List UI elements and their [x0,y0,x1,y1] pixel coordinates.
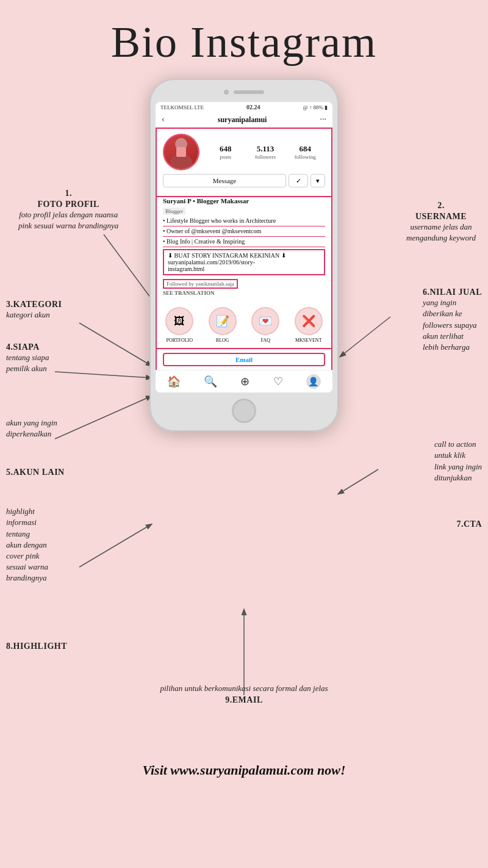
svg-rect-11 [176,147,186,157]
highlight-faq-label: FAQ [261,338,270,343]
phone-speaker [234,90,264,94]
phone-camera [224,90,229,95]
profile-avatar [163,134,199,170]
profile-stats: 648 posts 5.113 followers 684 following [206,144,325,160]
profile-section: 648 posts 5.113 followers 684 following [156,128,332,197]
phone-home-button[interactable] [232,399,256,423]
more-options-icon[interactable]: ··· [320,115,327,125]
svg-line-4 [55,396,151,439]
svg-line-6 [339,469,378,494]
bio-category: Blogger [163,208,185,215]
annotation-akun-lain-desc: akun yang ingin diperkenalkan [6,418,57,439]
highlight-portfolio[interactable]: 🖼 PORTFOLIO [165,307,193,343]
bio-name: Suryani P • Blogger Makassar [163,197,325,204]
highlight-mksevent-label: MKSEVENT [295,338,322,343]
nav-heart-icon[interactable]: ♡ [273,375,283,388]
avatar-svg [164,135,198,169]
status-carrier: TELKOMSEL LTE [160,104,204,110]
highlight-portfolio-circle: 🖼 [165,307,193,335]
highlights-row: 🖼 PORTFOLIO 📝 BLOG 💌 FAQ ❌ [160,307,328,343]
battery-bar: ▮ [325,104,328,110]
status-bar: TELKOMSEL LTE 02.24 @ ↑ 88% ▮ [156,102,332,112]
svg-line-7 [79,524,151,567]
annotation-foto-profil: 1.FOTO PROFIL foto profil jelas dengan n… [18,189,118,231]
bio-line-3: • Blog Info | Creative & Inspiring [163,237,325,247]
stat-followers: 5.113 followers [245,144,285,160]
nav-search-icon[interactable]: 🔍 [204,375,217,388]
bio-section: Suryani P • Blogger Makassar Blogger • L… [156,197,332,302]
page-title: Bio Instagram [0,0,488,73]
back-icon[interactable]: ‹ [162,115,165,125]
follow-icon: ✓ [296,177,301,185]
nav-bar: ‹ suryanipalamui ··· [156,112,332,128]
annotation-akun-lain: 5.AKUN LAIN [6,466,65,477]
email-button[interactable]: Email [163,353,325,366]
highlight-portfolio-label: PORTFOLIO [166,338,193,343]
annotation-highlight: 8.HIGHLIGHT [6,640,67,651]
stat-posts: 648 posts [206,144,245,160]
nav-add-icon[interactable]: ⊕ [240,375,249,388]
bio-line-1: • Lifestyle Blogger who works in Archite… [163,216,325,226]
annotation-username: 2.USERNAME username jelas dan mengandung… [406,201,476,244]
annotation-cta-desc: call to action untuk klik link yang ingi… [434,439,482,483]
annotation-email-desc: pilihan untuk berkomunikasi secara forma… [160,683,328,705]
more-icon: ▾ [316,177,320,185]
nav-home-icon[interactable]: 🏠 [167,375,181,388]
phone-outer: TELKOMSEL LTE 02.24 @ ↑ 88% ▮ ‹ suryanip… [149,79,339,432]
annotation-siapa: 4.SIAPA tentang siapa pemilik akun [6,341,49,374]
bio-followed: Followed by yanikmatilah.saja [163,279,238,289]
highlights-section: 🖼 PORTFOLIO 📝 BLOG 💌 FAQ ❌ [156,302,332,349]
status-battery: @ ↑ 88% ▮ [303,104,328,110]
profile-actions: Message ✓ ▾ [163,174,325,187]
avatar-image [164,135,198,169]
bio-cta: ⬇ BUAT STORY INSTAGRAM KEKINIAN ⬇ suryan… [163,249,325,275]
follow-button[interactable]: ✓ [289,174,308,187]
bio-translate[interactable]: SEE TRANSLATION [163,290,325,296]
highlight-mksevent[interactable]: ❌ MKSEVENT [295,307,323,343]
phone-mockup: TELKOMSEL LTE 02.24 @ ↑ 88% ▮ ‹ suryanip… [149,79,339,432]
message-button[interactable]: Message [163,174,286,187]
phone-top-bar [156,87,332,97]
highlight-faq[interactable]: 💌 FAQ [251,307,279,343]
highlight-mksevent-circle: ❌ [295,307,323,335]
profile-top: 648 posts 5.113 followers 684 following [163,134,325,170]
footer: Visit www.suryanipalamui.com now! [0,750,488,790]
annotation-nilai-jual: 6.NILAI JUAL yang ingin diberikan ke fol… [423,286,482,353]
svg-line-5 [340,317,390,356]
highlight-faq-circle: 💌 [251,307,279,335]
bio-cta-text: ⬇ BUAT STORY INSTAGRAM KEKINIAN ⬇ suryan… [168,252,320,272]
more-button[interactable]: ▾ [310,174,325,187]
status-time: 02.24 [246,104,260,110]
bio-line-2: • Owner of @mksevent @mkseventcom [163,226,325,237]
highlight-blog[interactable]: 📝 BLOG [209,307,237,343]
highlight-blog-circle: 📝 [209,307,237,335]
annotations-area: 1.FOTO PROFIL foto profil jelas dengan n… [0,79,488,750]
svg-line-2 [79,323,151,366]
nav-profile-icon[interactable]: 👤 [306,374,321,389]
annotation-cta: 7.CTA [456,518,482,529]
stat-following: 684 following [285,144,325,160]
highlight-blog-label: BLOG [216,338,229,343]
bottom-nav: 🏠 🔍 ⊕ ♡ 👤 [156,370,332,392]
annotation-highlight-desc: highlight informasi tentang akun dengan … [6,506,48,584]
email-section: Email [156,349,332,370]
phone-screen: TELKOMSEL LTE 02.24 @ ↑ 88% ▮ ‹ suryanip… [156,102,332,392]
profile-username: suryanipalamui [218,115,267,125]
svg-line-3 [55,372,151,378]
battery-icon: @ ↑ [303,104,312,110]
annotation-kategori: 3.KATEGORI kategori akun [6,298,62,320]
